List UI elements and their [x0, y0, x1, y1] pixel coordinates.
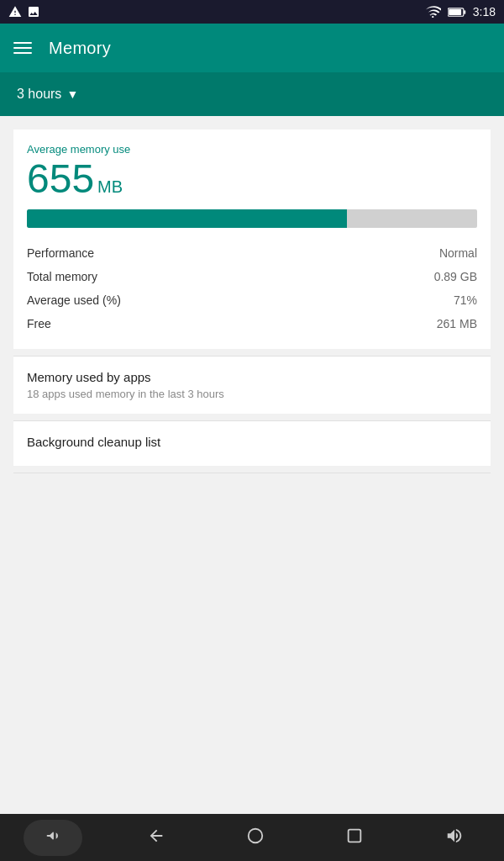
svg-rect-2 — [464, 10, 465, 14]
stat-row-avg-used: Average used (%) 71% — [27, 288, 477, 312]
volume-down-icon — [44, 827, 62, 849]
dropdown-arrow-icon: ▼ — [66, 87, 78, 101]
time-filter-selector[interactable]: 3 hours ▼ — [17, 87, 78, 102]
memory-apps-title: Memory used by apps — [27, 370, 477, 384]
volume-up-icon — [445, 827, 464, 845]
volume-left-button[interactable] — [24, 820, 82, 856]
background-cleanup-title: Background cleanup list — [27, 435, 477, 449]
stat-label-free: Free — [27, 317, 51, 330]
status-bar-left — [8, 5, 40, 18]
memory-apps-section[interactable]: Memory used by apps 18 apps used memory … — [13, 357, 491, 414]
image-icon — [27, 5, 40, 18]
time-filter-label: 3 hours — [17, 87, 61, 102]
memory-progress-fill — [27, 209, 347, 228]
stat-row-performance: Performance Normal — [27, 241, 477, 265]
battery-icon — [448, 7, 466, 18]
stat-value-performance: Normal — [439, 246, 477, 260]
back-button[interactable] — [130, 818, 182, 857]
time-filter-bar: 3 hours ▼ — [0, 72, 504, 116]
memory-progress-bar — [27, 209, 477, 228]
stats-table: Performance Normal Total memory 0.89 GB … — [27, 241, 477, 335]
toolbar: Memory — [0, 24, 504, 72]
svg-rect-3 — [449, 8, 461, 14]
stat-row-total-memory: Total memory 0.89 GB — [27, 265, 477, 288]
memory-value-display: 655 MB — [27, 159, 477, 199]
page-title: Memory — [49, 39, 111, 58]
navigation-bar — [0, 814, 504, 861]
status-bar-right: 3:18 — [426, 5, 496, 18]
status-time: 3:18 — [473, 5, 496, 18]
home-icon — [246, 827, 265, 845]
stat-value-total-memory: 0.89 GB — [434, 270, 477, 283]
svg-rect-5 — [349, 830, 361, 843]
back-icon — [147, 827, 165, 845]
stat-label-total-memory: Total memory — [27, 270, 97, 283]
divider-3 — [13, 473, 491, 473]
status-bar: 3:18 — [0, 0, 504, 24]
memory-unit: MB — [97, 177, 123, 197]
home-button[interactable] — [229, 818, 281, 857]
stat-value-free: 261 MB — [437, 317, 477, 330]
hamburger-menu-button[interactable] — [13, 42, 32, 54]
stat-value-avg-used: 71% — [454, 293, 477, 307]
volume-right-button[interactable] — [428, 818, 480, 857]
avg-memory-label: Average memory use — [27, 143, 477, 156]
wifi-icon — [426, 6, 441, 18]
recents-button[interactable] — [328, 818, 381, 857]
stat-label-avg-used: Average used (%) — [27, 293, 121, 307]
svg-point-4 — [249, 829, 263, 843]
stat-row-free: Free 261 MB — [27, 312, 477, 335]
recents-icon — [345, 827, 364, 845]
memory-stats-card: Average memory use 655 MB Performance No… — [13, 129, 491, 349]
background-cleanup-section[interactable]: Background cleanup list — [13, 421, 491, 466]
memory-apps-subtitle: 18 apps used memory in the last 3 hours — [27, 388, 477, 400]
stat-label-performance: Performance — [27, 246, 94, 260]
memory-number: 655 — [27, 159, 94, 199]
warning-icon — [8, 5, 22, 18]
svg-point-0 — [432, 16, 433, 18]
content-area: Average memory use 655 MB Performance No… — [0, 116, 504, 473]
